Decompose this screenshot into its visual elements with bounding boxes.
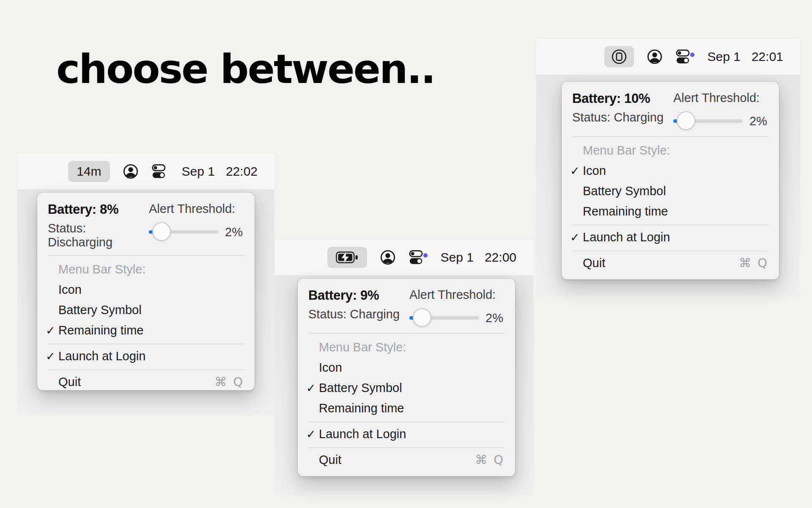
menu-item-launch-at-login[interactable]: ✓ Launch at Login xyxy=(37,346,255,366)
menubar-time: 22:00 xyxy=(485,250,516,265)
notification-dot xyxy=(423,253,427,257)
notification-dot xyxy=(690,52,694,57)
remaining-time-label: 14m xyxy=(77,164,101,179)
control-center-icon[interactable] xyxy=(151,163,169,179)
alert-threshold-value: 2% xyxy=(749,114,767,128)
menubar-date: Sep 1 xyxy=(708,50,741,64)
menu-item-icon[interactable]: Icon xyxy=(37,279,255,300)
screenshot-icon-style: Sep 1 22:01 Battery: 10% Status: Chargin… xyxy=(536,39,800,296)
divider xyxy=(48,370,244,370)
app-battery-circle-icon xyxy=(610,48,628,66)
menu-item-icon[interactable]: Icon xyxy=(298,357,515,378)
checkmark-icon: ✓ xyxy=(46,324,58,337)
quit-shortcut: ⌘ Q xyxy=(475,453,505,467)
checkmark-icon: ✓ xyxy=(570,164,583,177)
menubar-clock[interactable]: Sep 1 22:02 xyxy=(182,164,258,179)
menu-item-quit[interactable]: Quit ⌘ Q xyxy=(37,372,255,392)
alert-threshold-value: 2% xyxy=(225,225,243,239)
checkmark-icon: ✓ xyxy=(306,381,319,395)
menu-bar: Sep 1 22:00 xyxy=(274,240,533,275)
user-account-icon[interactable] xyxy=(647,49,663,65)
menu-bar-style-heading: Menu Bar Style: xyxy=(37,259,255,279)
divider xyxy=(572,136,768,137)
menu-item-launch-at-login[interactable]: ✓ Launch at Login xyxy=(562,227,779,247)
menubar-clock[interactable]: Sep 1 22:00 xyxy=(441,250,516,265)
divider xyxy=(308,333,505,334)
menu-item-battery-symbol[interactable]: Battery Symbol xyxy=(562,181,779,201)
control-center-icon-with-notification[interactable] xyxy=(675,49,695,65)
checkmark-icon: ✓ xyxy=(306,428,319,441)
battery-app-menubar-button[interactable]: 14m xyxy=(68,161,110,182)
control-center-icon-with-notification[interactable] xyxy=(409,249,428,265)
checkmark-icon: ✓ xyxy=(570,231,583,244)
screenshot-remaining-time: 14m Sep 1 22:02 Battery: 8% Status: Disc… xyxy=(17,154,274,415)
battery-status: Status: Charging xyxy=(572,110,673,124)
menu-item-icon[interactable]: ✓ Icon xyxy=(562,160,779,181)
menu-bar-style-heading: Menu Bar Style: xyxy=(298,337,515,357)
battery-dropdown-menu: Battery: 8% Status: Discharging Alert Th… xyxy=(37,193,255,390)
slider-knob[interactable] xyxy=(677,111,695,130)
menubar-time: 22:02 xyxy=(226,164,258,179)
battery-percentage: Battery: 10% xyxy=(572,91,673,106)
divider xyxy=(48,344,244,344)
divider xyxy=(48,255,244,256)
battery-percentage: Battery: 9% xyxy=(308,288,409,303)
menu-item-launch-at-login[interactable]: ✓ Launch at Login xyxy=(298,424,515,444)
menu-item-remaining-time[interactable]: Remaining time xyxy=(298,398,515,418)
menubar-date: Sep 1 xyxy=(182,164,215,179)
battery-app-menubar-button[interactable] xyxy=(604,46,634,67)
quit-shortcut: ⌘ Q xyxy=(214,375,244,389)
alert-threshold-slider[interactable] xyxy=(409,316,479,320)
menubar-date: Sep 1 xyxy=(441,250,474,265)
panel-header: Battery: 8% Status: Discharging Alert Th… xyxy=(37,202,255,249)
divider xyxy=(572,225,768,225)
alert-threshold-value: 2% xyxy=(486,311,503,325)
menu-item-quit[interactable]: Quit ⌘ Q xyxy=(562,253,779,273)
battery-dropdown-menu: Battery: 10% Status: Charging Alert Thre… xyxy=(562,82,779,279)
slider-knob[interactable] xyxy=(413,308,431,327)
menu-item-quit[interactable]: Quit ⌘ Q xyxy=(298,450,515,470)
alert-threshold-label: Alert Threshold: xyxy=(409,288,505,302)
menu-bar: Sep 1 22:01 xyxy=(536,39,800,75)
menu-item-remaining-time[interactable]: ✓ Remaining time xyxy=(37,320,255,340)
menu-item-battery-symbol[interactable]: Battery Symbol xyxy=(37,300,255,320)
battery-app-menubar-button[interactable] xyxy=(327,247,367,268)
battery-status: Status: Charging xyxy=(308,307,409,321)
page-title: choose between.. xyxy=(56,46,435,92)
battery-charging-icon xyxy=(336,251,359,264)
menu-item-battery-symbol[interactable]: ✓ Battery Symbol xyxy=(298,378,515,398)
divider xyxy=(572,251,768,251)
battery-status: Status: Discharging xyxy=(48,221,149,249)
panel-header: Battery: 9% Status: Charging Alert Thres… xyxy=(298,288,515,327)
divider xyxy=(308,447,505,448)
menu-bar: 14m Sep 1 22:02 xyxy=(17,154,274,189)
menubar-time: 22:01 xyxy=(752,50,783,64)
battery-percentage: Battery: 8% xyxy=(48,202,149,217)
menu-item-remaining-time[interactable]: Remaining time xyxy=(562,201,779,221)
alert-threshold-slider[interactable] xyxy=(673,119,743,123)
divider xyxy=(308,422,505,422)
menu-bar-style-heading: Menu Bar Style: xyxy=(562,140,779,160)
alert-threshold-label: Alert Threshold: xyxy=(149,202,244,216)
menubar-clock[interactable]: Sep 1 22:01 xyxy=(708,50,783,64)
user-account-icon[interactable] xyxy=(123,163,139,179)
slider-knob[interactable] xyxy=(152,222,171,241)
user-account-icon[interactable] xyxy=(380,249,396,265)
battery-dropdown-menu: Battery: 9% Status: Charging Alert Thres… xyxy=(298,279,515,476)
alert-threshold-slider[interactable] xyxy=(149,230,218,234)
alert-threshold-label: Alert Threshold: xyxy=(673,91,768,105)
quit-shortcut: ⌘ Q xyxy=(739,256,768,270)
panel-header: Battery: 10% Status: Charging Alert Thre… xyxy=(562,91,779,130)
screenshot-battery-symbol: Sep 1 22:00 Battery: 9% Status: Charging… xyxy=(274,240,533,495)
checkmark-icon: ✓ xyxy=(46,350,58,363)
